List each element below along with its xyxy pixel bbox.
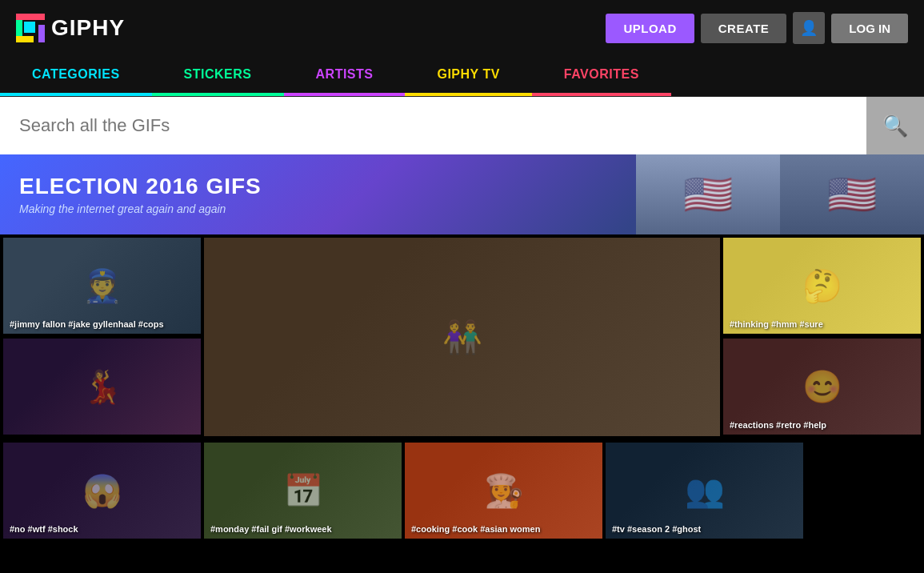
banner-hillary-image: 🇺🇸 [780,154,924,234]
search-bar: 🔍 [0,97,924,154]
gif-couple[interactable]: 👫 [204,238,720,436]
banner-text: ELECTION 2016 GIFS Making the internet g… [19,174,262,215]
banner-title: ELECTION 2016 GIFS [19,174,262,199]
svg-rect-1 [16,14,45,20]
nav-giphytv[interactable]: GIPHY TV [405,56,531,96]
gif-cooking-tags: #cooking #cook #asian women [411,524,540,534]
nav-favorites[interactable]: FAVORITES [532,56,671,96]
gif-shock-tags: #no #wtf #shock [10,524,78,534]
header-actions: UPLOAD CREATE 👤 LOG IN [606,12,908,44]
gif-thinking-tags: #thinking #hmm #sure [730,319,823,329]
nav-artists[interactable]: ARTISTS [284,56,406,96]
svg-rect-2 [38,25,45,42]
banner-trump-image: 🇺🇸 [636,154,780,234]
create-button[interactable]: CREATE [701,14,787,43]
gif-retro[interactable]: 😊 #reactions #retro #help [723,339,921,435]
gif-monday-tags: #monday #fail gif #workweek [210,524,332,534]
gif-retro-tags: #reactions #retro #help [730,420,826,430]
nav-stickers[interactable]: STICKERS [152,56,284,96]
svg-rect-3 [16,36,34,42]
search-input[interactable] [0,97,866,154]
gif-police-tags: #jimmy fallon #jake gyllenhaal #cops [10,319,164,329]
banner-subtitle: Making the internet great again and agai… [19,202,262,215]
search-icon: 🔍 [882,114,908,138]
gif-police[interactable]: 👮 #jimmy fallon #jake gyllenhaal #cops [3,238,201,334]
search-button[interactable]: 🔍 [866,97,924,154]
gif-ghost-tags: #tv #season 2 #ghost [612,524,701,534]
election-banner[interactable]: ELECTION 2016 GIFS Making the internet g… [0,154,924,234]
person-icon: 👤 [800,19,818,37]
upload-button[interactable]: UPLOAD [606,14,694,43]
banner-images: 🇺🇸 🇺🇸 [636,154,924,234]
gif-monday[interactable]: 📅 #monday #fail gif #workweek [204,443,402,539]
header: GIPHY UPLOAD CREATE 👤 LOG IN [0,0,924,56]
login-button[interactable]: LOG IN [831,14,908,43]
gif-shock[interactable]: 😱 #no #wtf #shock [3,443,201,539]
nav: CATEGORIES STICKERS ARTISTS GIPHY TV FAV… [0,56,924,97]
gif-cooking[interactable]: 👩‍🍳 #cooking #cook #asian women [405,443,602,539]
svg-rect-4 [24,22,35,33]
gif-drag[interactable]: 💃 [3,339,201,435]
gif-couple-content: 👫 [204,238,720,436]
gif-ghost[interactable]: 👥 #tv #season 2 #ghost [606,443,803,539]
avatar-button[interactable]: 👤 [793,12,825,44]
nav-categories[interactable]: CATEGORIES [0,56,152,96]
gif-bottom-row: 😱 #no #wtf #shock 📅 #monday #fail gif #w… [0,443,924,542]
gif-grid: 👮 #jimmy fallon #jake gyllenhaal #cops 👫… [0,234,924,443]
gif-thinking[interactable]: 🤔 #thinking #hmm #sure [723,238,921,334]
logo-text: GIPHY [51,15,125,41]
gif-drag-content: 💃 [3,339,201,435]
logo-area: GIPHY [16,14,125,42]
giphy-logo-icon [16,14,45,42]
